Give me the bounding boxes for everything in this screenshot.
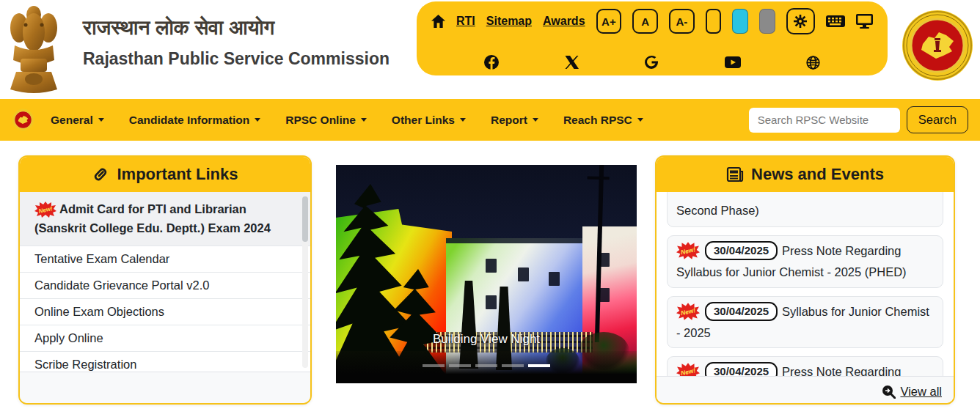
building-window [549,272,560,286]
main-navbar: General Candidate Information RPSC Onlin… [0,99,980,141]
nav-item-other-links[interactable]: Other Links [392,114,466,127]
rpsc-seal-logo [901,9,974,82]
settings-button[interactable] [786,8,815,34]
search-input[interactable] [749,108,900,133]
theme-swatch-cyan[interactable] [732,9,748,34]
nav-item-reach-rpsc[interactable]: Reach RPSC [563,114,643,127]
youtube-icon[interactable] [725,56,741,68]
x-twitter-icon[interactable] [565,56,579,69]
new-badge-icon: New! [676,363,700,376]
navbar-seal-icon[interactable] [12,108,34,131]
carousel-indicator-4[interactable] [502,364,524,367]
links-scrollbar[interactable] [302,195,308,368]
new-badge-icon: New! [676,303,700,320]
important-link-item[interactable]: Apply Online [20,325,310,352]
news-list: Second Phase) New! 30/04/2025Press Note … [657,192,954,376]
foreground-ground [336,351,637,383]
accessibility-toolbar: RTI Sitemap Awards A+ A A- [431,8,873,34]
site-title-english: Rajasthan Public Service Commission [83,49,390,69]
new-badge-icon: New! [34,202,56,218]
news-date-badge: 30/04/2025 [705,241,778,261]
search-button[interactable]: Search [907,106,968,133]
links-scrollbar-thumb[interactable] [302,196,308,242]
keyboard-icon[interactable] [826,15,845,28]
carousel-indicators [423,364,550,367]
nav-item-candidate-information[interactable]: Candidate Information [129,114,260,127]
ashoka-emblem-logo [6,3,62,94]
newspaper-icon [726,166,744,183]
facebook-icon[interactable] [484,55,499,70]
news-events-card: News and Events Second Phase) New! 30/04… [655,155,955,405]
font-normal-button[interactable]: A [632,9,658,34]
news-events-header: News and Events [657,157,954,192]
font-decrease-button[interactable]: A- [669,9,695,34]
link-icon [92,166,109,183]
nav-item-rpsc-online[interactable]: RPSC Online [285,114,367,127]
news-item[interactable]: New! 30/04/2025Press Note Regarding Syll… [667,356,943,376]
site-titles: राजस्थान लोक सेवा आयोग Rajasthan Public … [83,16,390,69]
carousel-caption: Building View Night [336,332,637,347]
view-all-label: View all [900,385,942,399]
new-badge-icon: New! [676,242,700,259]
carousel-indicator-3[interactable] [475,364,497,367]
building-window [518,267,529,281]
important-link-item[interactable]: New! Admit Card for PTI and Librarian (S… [20,192,310,246]
carousel-indicator-2[interactable] [449,364,471,367]
important-link-item[interactable]: Online Exam Objections [20,299,310,325]
view-all-link[interactable]: View all [882,385,942,399]
monitor-icon[interactable] [856,14,873,29]
gear-icon [793,14,808,29]
building-window [486,259,497,273]
sitemap-link[interactable]: Sitemap [486,15,532,28]
important-links-header: Important Links [20,157,310,192]
social-toolbar [431,55,873,70]
news-item-partial[interactable]: Second Phase) [667,192,943,227]
important-links-card: Important Links New! Admit Card for PTI … [18,155,312,405]
important-link-item[interactable]: Candidate Grievance Portal v2.0 [20,273,310,299]
news-item[interactable]: New! 30/04/2025Press Note Regarding Syll… [667,235,943,288]
rti-link[interactable]: RTI [456,15,475,28]
globe-icon[interactable] [806,56,820,70]
search-area: Search [749,106,968,133]
photo-carousel[interactable]: Building View Night [336,165,637,383]
header-toolbar: RTI Sitemap Awards A+ A A- [417,1,888,75]
important-link-item[interactable]: Tentative Exam Calendar [20,246,310,273]
site-header: राजस्थान लोक सेवा आयोग Rajasthan Public … [0,0,980,99]
magnifier-arrow-icon [882,385,896,399]
news-date-badge: 30/04/2025 [705,302,778,322]
important-links-title: Important Links [117,165,238,184]
news-date-badge: 30/04/2025 [705,362,778,376]
important-link-label: Admit Card for PTI and Librarian (Sanskr… [34,202,271,235]
theme-swatch-yellow[interactable] [706,9,722,34]
awards-link[interactable]: Awards [543,15,585,28]
font-increase-button[interactable]: A+ [596,9,622,34]
carousel-indicator-5[interactable] [528,364,550,367]
important-link-item[interactable]: Scribe Registration [20,352,310,372]
important-links-list: New! Admit Card for PTI and Librarian (S… [20,192,310,372]
site-title-hindi: राजस्थान लोक सेवा आयोग [83,16,390,40]
nav-item-general[interactable]: General [51,114,104,127]
news-events-title: News and Events [751,165,884,184]
carousel-indicator-1[interactable] [423,364,445,367]
google-icon[interactable] [644,55,659,70]
nav-item-report[interactable]: Report [491,114,538,127]
news-item[interactable]: New! 30/04/2025Syllabus for Junior Chemi… [667,296,943,349]
nav-menu: General Candidate Information RPSC Onlin… [51,114,643,127]
theme-swatch-gray[interactable] [759,9,775,34]
rpsc-homepage: राजस्थान लोक सेवा आयोग Rajasthan Public … [0,0,980,417]
important-links-footer [20,372,310,405]
home-icon[interactable] [431,15,445,28]
news-footer: View all [657,376,954,405]
building-window [486,295,497,309]
